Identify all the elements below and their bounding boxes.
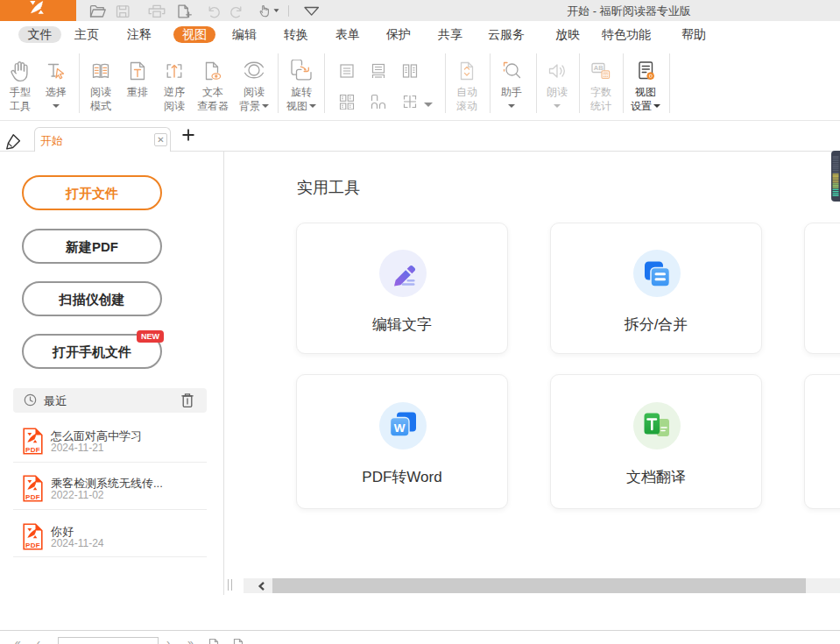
svg-text:W: W: [394, 421, 406, 435]
